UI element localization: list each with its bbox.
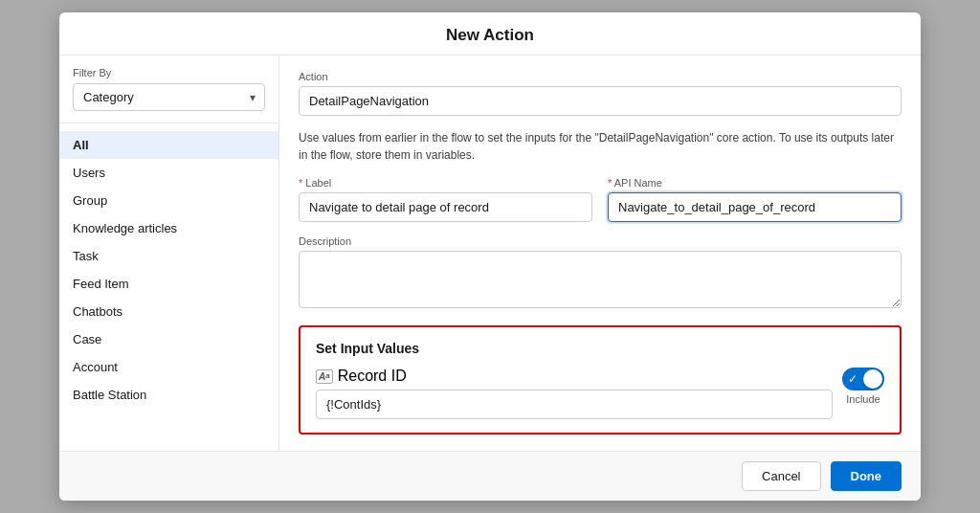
modal-header: New Action — [59, 12, 921, 56]
record-id-label-group: Aa Record ID — [316, 368, 833, 385]
sidebar-item-group[interactable]: Group — [59, 187, 278, 214]
sidebar-item-feed-item[interactable]: Feed Item — [59, 270, 278, 298]
content-area: Action Use values from earlier in the fl… — [279, 56, 921, 451]
label-field-group: Label — [299, 177, 592, 222]
sidebar-item-users[interactable]: Users — [59, 159, 278, 187]
modal-overlay: New Action Filter By Category All — [0, 0, 980, 513]
description-label: Description — [299, 235, 902, 247]
toggle-check-icon: ✓ — [848, 372, 858, 386]
filter-select[interactable]: Category — [73, 83, 265, 111]
action-input[interactable] — [299, 86, 902, 116]
field-type-icon: Aa — [316, 369, 333, 384]
toggle-label: Include — [846, 393, 880, 405]
filter-label: Filter By — [73, 67, 265, 78]
label-input[interactable] — [299, 192, 592, 222]
description-input[interactable] — [299, 251, 902, 308]
action-field-group: Action — [299, 71, 902, 116]
record-id-field-wrap: Aa Record ID — [316, 368, 833, 419]
toggle-wrap: ✓ Include — [842, 368, 884, 405]
sidebar-item-case[interactable]: Case — [59, 325, 278, 353]
sidebar-item-account[interactable]: Account — [59, 353, 278, 381]
sidebar-item-battle-station[interactable]: Battle Station — [59, 381, 278, 409]
done-button[interactable]: Done — [831, 461, 902, 491]
record-id-label: Record ID — [338, 368, 407, 385]
record-id-input[interactable] — [316, 390, 833, 419]
label-field-label: Label — [299, 177, 592, 189]
sidebar-item-task[interactable]: Task — [59, 242, 278, 270]
set-input-title: Set Input Values — [316, 341, 884, 356]
sidebar-item-all[interactable]: All — [59, 131, 278, 159]
sidebar: Filter By Category All Users Group — [59, 56, 279, 451]
set-input-values-box: Set Input Values Aa Record ID ✓ — [299, 325, 902, 435]
api-name-field-group: API Name — [608, 177, 902, 222]
sidebar-item-knowledge-articles[interactable]: Knowledge articles — [59, 214, 278, 242]
sidebar-divider — [59, 123, 278, 123]
label-api-row: Label API Name — [299, 177, 902, 222]
filter-select-wrapper[interactable]: Category — [73, 83, 265, 111]
record-id-row: Aa Record ID ✓ Include — [316, 368, 884, 419]
info-text: Use values from earlier in the flow to s… — [299, 129, 902, 164]
filter-section: Filter By Category — [59, 67, 278, 123]
action-label: Action — [299, 71, 902, 82]
modal-footer: Cancel Done — [59, 451, 921, 501]
new-action-modal: New Action Filter By Category All — [59, 12, 921, 501]
description-field-group: Description — [299, 235, 902, 312]
sidebar-item-chatbots[interactable]: Chatbots — [59, 298, 278, 325]
include-toggle[interactable]: ✓ — [842, 368, 884, 390]
cancel-button[interactable]: Cancel — [742, 461, 820, 491]
api-name-label: API Name — [608, 177, 902, 189]
modal-title: New Action — [78, 26, 902, 45]
api-name-input[interactable] — [608, 192, 902, 222]
modal-body: Filter By Category All Users Group — [59, 56, 921, 451]
